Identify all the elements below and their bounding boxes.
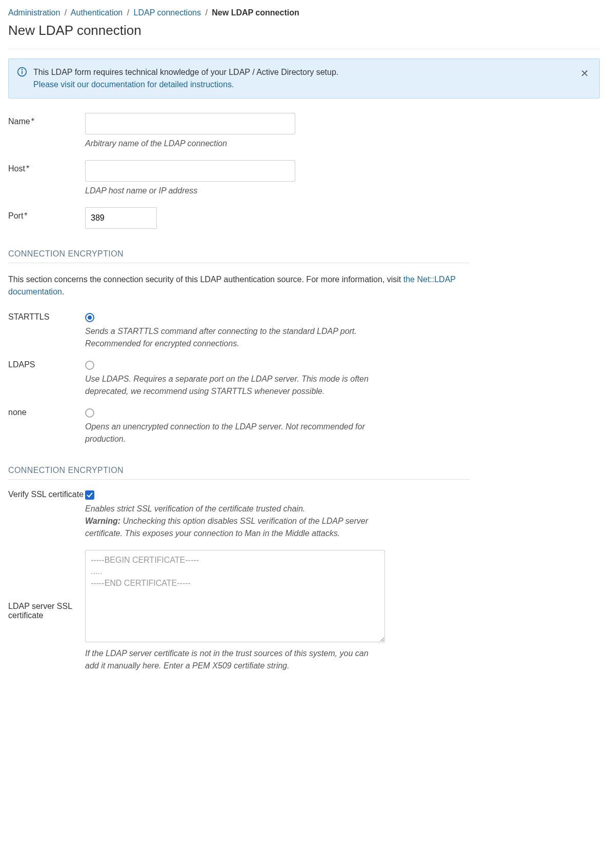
breadcrumb: Administration / Authentication / LDAP c… (8, 8, 600, 17)
breadcrumb-current: New LDAP connection (212, 8, 299, 17)
field-name: Name* Arbitrary name of the LDAP connect… (8, 113, 470, 150)
field-port: Port* (8, 207, 470, 229)
name-input[interactable] (85, 113, 295, 134)
host-label: Host (8, 164, 25, 173)
name-hint: Arbitrary name of the LDAP connection (85, 137, 382, 150)
verify-ssl-label: Verify SSL certificate (8, 490, 85, 499)
divider (8, 49, 600, 49)
breadcrumb-separator: / (205, 8, 207, 17)
required-marker: * (31, 117, 34, 126)
info-banner-text: This LDAP form requires technical knowle… (33, 68, 338, 76)
none-label: none (8, 408, 85, 417)
verify-ssl-checkbox[interactable] (85, 490, 94, 500)
host-hint: LDAP host name or IP address (85, 185, 382, 197)
required-marker: * (26, 164, 29, 173)
close-icon[interactable]: ✕ (578, 66, 591, 81)
breadcrumb-administration[interactable]: Administration (8, 8, 60, 17)
breadcrumb-separator: / (65, 8, 67, 17)
port-input[interactable] (85, 207, 157, 229)
ssl-cert-hint: If the LDAP server certificate is not in… (85, 647, 382, 672)
none-radio[interactable] (85, 408, 94, 418)
starttls-radio[interactable] (85, 313, 94, 322)
info-icon (17, 67, 27, 77)
field-ssl-cert: LDAP server SSL certificate If the LDAP … (8, 550, 470, 672)
verify-ssl-hint: Enables strict SSL verification of the c… (85, 503, 382, 540)
page-title: New LDAP connection (8, 23, 600, 38)
field-none: none Opens an unencrypted connection to … (8, 408, 470, 445)
warning-label: Warning: (85, 517, 120, 525)
breadcrumb-authentication[interactable]: Authentication (71, 8, 123, 17)
starttls-hint: Sends a STARTTLS command after connectin… (85, 325, 382, 350)
breadcrumb-separator: / (127, 8, 129, 17)
field-ldaps: LDAPS Use LDAPS. Requires a separate por… (8, 360, 470, 398)
ldaps-hint: Use LDAPS. Requires a separate port on t… (85, 373, 382, 398)
section-encryption-desc: This section concerns the connection sec… (8, 273, 470, 298)
breadcrumb-ldap-connections[interactable]: LDAP connections (134, 8, 201, 17)
svg-point-2 (22, 69, 23, 70)
name-label: Name (8, 117, 30, 126)
starttls-label: STARTTLS (8, 312, 85, 322)
ssl-cert-textarea[interactable] (85, 550, 385, 642)
port-label: Port (8, 211, 23, 220)
field-host: Host* LDAP host name or IP address (8, 160, 470, 197)
section-heading-encryption-2: CONNECTION ENCRYPTION (8, 466, 470, 480)
ssl-cert-label: LDAP server SSL certificate (8, 602, 85, 620)
field-verify-ssl: Verify SSL certificate Enables strict SS… (8, 490, 470, 540)
required-marker: * (24, 211, 27, 220)
ldaps-label: LDAPS (8, 360, 85, 369)
field-starttls: STARTTLS Sends a STARTTLS command after … (8, 312, 470, 350)
ldaps-radio[interactable] (85, 361, 94, 370)
info-banner: This LDAP form requires technical knowle… (8, 58, 600, 98)
host-input[interactable] (85, 160, 295, 182)
section-heading-encryption-1: CONNECTION ENCRYPTION (8, 249, 470, 263)
info-banner-doc-link[interactable]: Please visit our documentation for detai… (33, 80, 234, 89)
none-hint: Opens an unencrypted connection to the L… (85, 421, 382, 445)
